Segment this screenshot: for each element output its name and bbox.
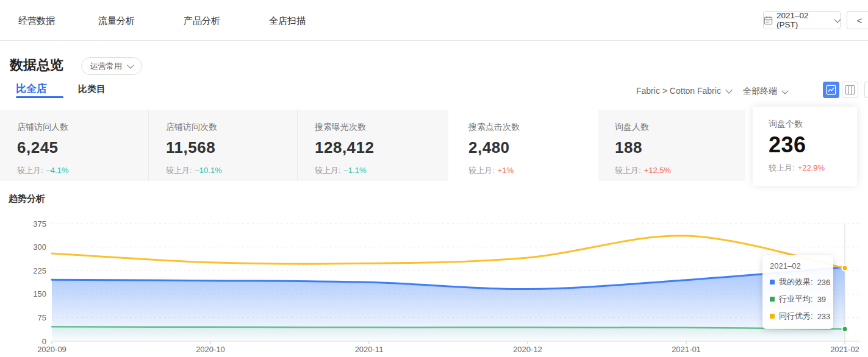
- x-axis-label: 2021-01: [672, 345, 701, 354]
- page-title: 数据总览: [10, 56, 63, 74]
- card-label: 询盘个数: [769, 119, 857, 130]
- card-value: 128,412: [315, 138, 448, 157]
- card-compare: 较上月:–10.1%: [166, 165, 297, 176]
- x-axis-label: 2020-09: [37, 345, 66, 354]
- line-chart-icon: [826, 85, 836, 95]
- trend-section-title: 趋势分析: [9, 193, 45, 205]
- card-label: 询盘人数: [615, 122, 745, 133]
- x-axis-label: 2021-02: [830, 345, 859, 354]
- table-icon: [845, 85, 855, 95]
- x-axis-label: 2020-12: [513, 345, 542, 354]
- card-label: 搜索点击次数: [468, 122, 598, 133]
- legend-swatch-green: [770, 297, 775, 302]
- chevron-down-icon: [834, 16, 841, 23]
- card-search-clicks[interactable]: 搜索点击次数 2,480 较上月:+1%: [451, 110, 598, 181]
- card-label: 店铺访问次数: [166, 122, 297, 133]
- card-compare: 较上月:–1.1%: [315, 165, 448, 176]
- terminal-filter-dropdown[interactable]: 全部终端: [743, 86, 787, 97]
- y-axis-label: 150: [33, 289, 46, 299]
- nav-item-business-data[interactable]: 经营数据: [18, 15, 55, 27]
- card-value: 2,480: [468, 138, 598, 157]
- legend-swatch-blue: [770, 280, 775, 285]
- preset-dropdown-value: 运营常用: [90, 61, 122, 72]
- card-change: +12.5%: [644, 166, 671, 175]
- nav-item-store-scan[interactable]: 全店扫描: [269, 15, 306, 27]
- chevron-down-icon: [725, 87, 732, 93]
- card-value: 6,245: [17, 138, 148, 157]
- clipped-view-button[interactable]: [864, 82, 868, 98]
- date-picker[interactable]: 2021–02 (PST): [763, 11, 841, 29]
- card-value: 188: [615, 138, 745, 157]
- card-inquiry-people[interactable]: 询盘人数 188 较上月:+12.5%: [598, 110, 745, 181]
- date-picker-value: 2021–02 (PST): [777, 11, 831, 29]
- card-change: +22.9%: [798, 163, 825, 172]
- tab-compare-whole-store[interactable]: 比全店: [16, 82, 47, 96]
- hover-marker-dot: [842, 266, 848, 271]
- card-compare: 较上月:+22.9%: [769, 163, 857, 174]
- card-change: –1.1%: [344, 166, 367, 175]
- card-change: +1%: [498, 166, 514, 175]
- x-axis-label: 2020-11: [355, 345, 384, 354]
- chevron-down-icon: [127, 62, 134, 68]
- trend-line-chart[interactable]: 0751502253003752020-092020-102020-112020…: [0, 210, 868, 357]
- card-change: –4.1%: [46, 166, 69, 175]
- table-view-button[interactable]: [842, 82, 858, 98]
- card-store-visits[interactable]: 店铺访问次数 11,568 较上月:–10.1%: [149, 110, 298, 181]
- category-filter-dropdown[interactable]: Fabric > Cotton Fabric: [636, 86, 731, 96]
- chevron-down-icon: [781, 87, 788, 94]
- card-value: 11,568: [166, 138, 297, 157]
- dashboard-screen: 经营数据 流量分析 产品分析 全店扫描 2021–02 (PST) < 数据总览…: [0, 0, 868, 357]
- series-line-peer-excellent: [52, 236, 845, 268]
- preset-dropdown[interactable]: 运营常用: [81, 57, 142, 75]
- card-compare: 较上月:+1%: [468, 165, 598, 176]
- previous-month-button[interactable]: <: [847, 11, 868, 29]
- y-axis-label: 75: [38, 313, 46, 322]
- card-compare: 较上月:–4.1%: [17, 165, 148, 176]
- legend-swatch-yellow: [770, 314, 775, 319]
- card-change: –10.1%: [195, 166, 222, 175]
- tooltip-row-peer-excellent: 同行优秀:233: [770, 311, 826, 322]
- active-tab-underline: [16, 96, 63, 98]
- card-search-impressions[interactable]: 搜索曝光次数 128,412 较上月:–1.1%: [298, 110, 448, 181]
- x-axis-label: 2020-10: [196, 345, 225, 354]
- tab-compare-category[interactable]: 比类目: [78, 83, 106, 95]
- hover-marker-dot: [842, 326, 848, 331]
- tooltip-row-my-performance: 我的效果:236: [770, 277, 826, 288]
- category-filter-value: Fabric > Cotton Fabric: [636, 86, 721, 96]
- card-compare: 较上月:+12.5%: [615, 165, 745, 176]
- y-axis-label: 225: [33, 266, 46, 275]
- chart-view-button[interactable]: [823, 82, 839, 98]
- card-store-visitors[interactable]: 店铺访问人数 6,245 较上月:–4.1%: [0, 110, 149, 181]
- y-axis-label: 300: [33, 242, 46, 252]
- nav-item-product-analysis[interactable]: 产品分析: [184, 15, 220, 27]
- calendar-icon: [764, 16, 773, 25]
- card-label: 店铺访问人数: [17, 122, 148, 133]
- top-navigation: 经营数据 流量分析 产品分析 全店扫描 2021–02 (PST) <: [0, 0, 868, 41]
- chart-tooltip: 2021–02 我的效果:236 行业平均:39 同行优秀:233: [762, 255, 833, 329]
- y-axis-label: 375: [33, 219, 46, 228]
- card-value: 236: [769, 132, 857, 158]
- nav-item-traffic-analysis[interactable]: 流量分析: [98, 15, 135, 27]
- card-label: 搜索曝光次数: [315, 122, 448, 133]
- series-area-industry-average: [52, 327, 845, 341]
- tooltip-date: 2021–02: [770, 261, 826, 270]
- card-inquiry-count-selected[interactable]: 询盘个数 236 较上月:+22.9%: [753, 107, 857, 186]
- terminal-filter-value: 全部终端: [743, 86, 777, 97]
- tooltip-row-industry-average: 行业平均:39: [770, 294, 826, 305]
